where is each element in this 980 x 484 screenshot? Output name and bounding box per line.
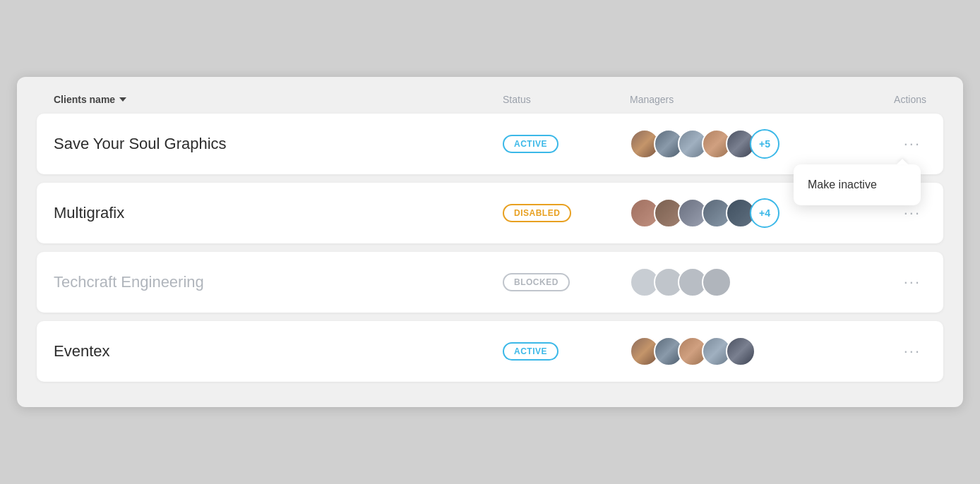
status-badge: DISABLED [503, 204, 571, 222]
actions-menu-button[interactable]: ··· [898, 133, 926, 155]
client-name: Techcraft Engineering [54, 273, 503, 291]
actions-cell: ··· [827, 272, 926, 293]
status-cell: BLOCKED [503, 273, 630, 291]
table-header: Clients name Status Managers Actions [37, 94, 943, 114]
managers-list [630, 267, 827, 297]
make-inactive-option[interactable]: Make inactive [794, 170, 921, 200]
client-name: Multigrafix [54, 204, 503, 222]
status-badge: ACTIVE [503, 135, 558, 153]
table-row: Eventex ACTIVE ··· [37, 321, 943, 382]
main-window: Clients name Status Managers Actions Sav… [17, 77, 963, 407]
managers-list: +5 [630, 129, 827, 159]
status-badge: ACTIVE [503, 342, 558, 361]
status-cell: DISABLED [503, 204, 630, 222]
column-header-status: Status [503, 94, 630, 105]
avatar-count-badge: +5 [750, 129, 779, 159]
table-row: Save Your Soul Graphics ACTIVE +5 ··· Ma… [37, 114, 943, 174]
avatar [702, 267, 731, 297]
avatar-count-badge: +4 [750, 198, 779, 228]
client-name: Eventex [54, 342, 503, 361]
column-clients-label: Clients name [54, 94, 115, 105]
table-row: Techcraft Engineering BLOCKED ··· [37, 252, 943, 313]
sort-chevron-icon[interactable] [119, 97, 126, 102]
actions-menu-button[interactable]: ··· [898, 341, 926, 362]
actions-cell: ··· [827, 341, 926, 362]
client-name: Save Your Soul Graphics [54, 135, 503, 153]
actions-menu-button[interactable]: ··· [898, 272, 926, 293]
column-header-clients[interactable]: Clients name [54, 94, 503, 105]
actions-cell: ··· [827, 202, 926, 224]
status-badge: BLOCKED [503, 273, 570, 291]
actions-dropdown: Make inactive [794, 164, 921, 205]
column-header-actions: Actions [827, 94, 926, 105]
actions-menu-button[interactable]: ··· [898, 202, 926, 224]
column-header-managers: Managers [630, 94, 827, 105]
managers-list [630, 337, 827, 366]
avatar [726, 337, 755, 366]
status-cell: ACTIVE [503, 342, 630, 361]
actions-cell: ··· Make inactive [827, 133, 926, 155]
status-cell: ACTIVE [503, 135, 630, 153]
